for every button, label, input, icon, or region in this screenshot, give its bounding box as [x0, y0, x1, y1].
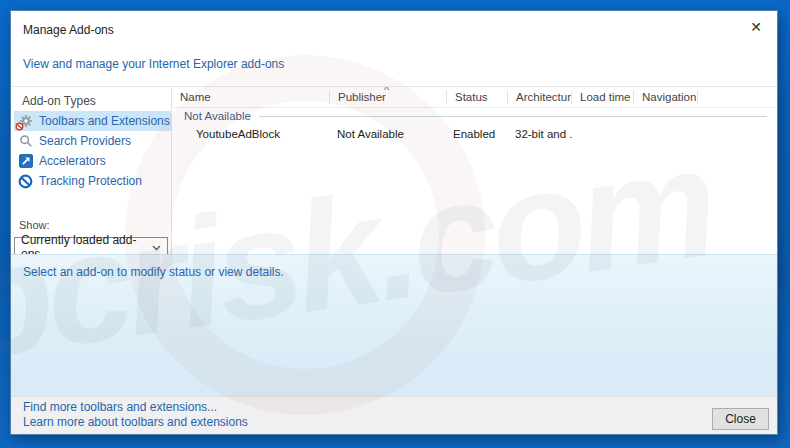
- group-divider: [259, 116, 767, 117]
- cell-name: YoutubeAdBlock: [172, 128, 330, 140]
- details-pane: Select an add-on to modify status or vie…: [11, 254, 777, 396]
- sidebar-item-toolbars-extensions[interactable]: Toolbars and Extensions: [14, 111, 179, 131]
- sidebar-item-label: Search Providers: [39, 134, 131, 148]
- cell-publisher: Not Available: [330, 128, 447, 140]
- column-header-architecture[interactable]: Architecture: [508, 90, 572, 104]
- addon-types-list: Toolbars and Extensions Search Providers: [14, 111, 171, 191]
- sidebar-item-search-providers[interactable]: Search Providers: [14, 131, 140, 151]
- table-group-row: Not Available: [172, 108, 777, 124]
- column-header-filler: [698, 90, 777, 104]
- content-area: Add-on Types: [11, 86, 777, 254]
- column-header-navigation[interactable]: Navigation ...: [634, 90, 698, 104]
- sidebar-item-label: Toolbars and Extensions: [39, 114, 170, 128]
- sort-ascending-icon: ^: [384, 87, 389, 96]
- sidebar-item-label: Accelerators: [39, 154, 106, 168]
- column-header-loadtime[interactable]: Load time: [572, 90, 634, 104]
- column-header-status[interactable]: Status: [447, 90, 508, 104]
- manage-addons-help-link[interactable]: View and manage your Internet Explorer a…: [23, 57, 284, 71]
- sidebar-item-tracking-protection[interactable]: Tracking Protection: [14, 171, 151, 191]
- gear-blocked-icon: [18, 114, 33, 129]
- sidebar-item-accelerators[interactable]: Accelerators: [14, 151, 115, 171]
- sidebar-item-label: Tracking Protection: [39, 174, 142, 188]
- table-header-row: Name Publisher Status Architecture Load …: [172, 87, 777, 108]
- footer-bar: Find more toolbars and extensions... Lea…: [11, 396, 777, 434]
- table-row[interactable]: YoutubeAdBlock Not Available Enabled 32-…: [172, 124, 777, 143]
- close-icon[interactable]: ✕: [743, 16, 769, 38]
- addons-table: Name Publisher Status Architecture Load …: [172, 87, 777, 254]
- addon-types-header: Add-on Types: [14, 87, 171, 110]
- learn-more-link[interactable]: Learn more about toolbars and extensions: [23, 415, 248, 430]
- details-message: Select an add-on to modify status or vie…: [23, 265, 284, 279]
- show-label: Show:: [14, 219, 171, 233]
- cell-status: Enabled: [447, 128, 508, 140]
- cell-architecture: 32-bit and ...: [508, 128, 572, 140]
- group-label: Not Available: [184, 110, 251, 122]
- magnifier-icon: [18, 134, 33, 149]
- subtitle-row: View and manage your Internet Explorer a…: [11, 41, 777, 86]
- close-button[interactable]: Close: [712, 408, 769, 430]
- column-header-name[interactable]: Name: [172, 90, 330, 104]
- window-title: Manage Add-ons: [23, 23, 114, 37]
- title-bar: Manage Add-ons ✕: [11, 11, 777, 41]
- no-tracking-icon: [18, 174, 33, 189]
- footer-links: Find more toolbars and extensions... Lea…: [23, 400, 248, 434]
- find-more-addons-link[interactable]: Find more toolbars and extensions...: [23, 400, 248, 415]
- accelerator-arrow-icon: [18, 154, 33, 169]
- manage-addons-dialog: Manage Add-ons ✕ View and manage your In…: [10, 10, 778, 435]
- addon-types-panel: Add-on Types: [11, 87, 172, 254]
- chevron-down-icon: [152, 240, 161, 254]
